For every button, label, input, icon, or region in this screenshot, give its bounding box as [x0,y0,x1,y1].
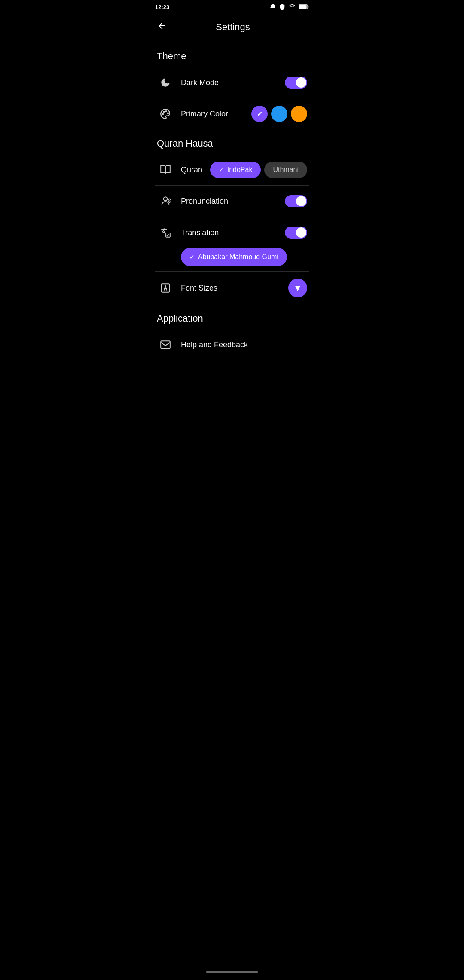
dark-mode-toggle-knob [296,77,306,88]
settings-header: Settings [148,14,316,42]
primary-color-label: Primary Color [181,110,251,119]
svg-point-4 [166,111,167,112]
primary-color-icon [157,105,174,122]
translation-icon [157,224,174,241]
dark-mode-icon [157,74,174,91]
status-bar: 12:23 [148,0,316,14]
quran-row[interactable]: Quran ✓ IndoPak Uthmani [148,154,316,185]
palette-icon [160,108,171,119]
battery-icon [299,4,309,10]
svg-rect-12 [161,341,170,348]
shield-icon [279,3,286,10]
status-icons [269,3,309,10]
color-purple[interactable] [251,106,268,122]
back-arrow-icon [157,21,167,31]
translation-selector: ✓ Abubakar Mahmoud Gumi [181,248,316,266]
quran-hausa-section-label: Quran Hausa [148,129,316,154]
mail-icon [160,339,171,350]
quran-icon [157,161,174,178]
svg-rect-2 [299,5,307,9]
font-sizes-label: Font Sizes [181,284,288,293]
uthmani-label: Uthmani [273,166,299,174]
translation-toggle-knob [296,227,306,238]
translation-row[interactable]: Translation [148,217,316,248]
font-size-icon [160,282,171,294]
quran-hausa-section: Quran Hausa Quran ✓ IndoPak Uthmani [148,129,316,304]
translation-selector-button[interactable]: ✓ Abubakar Mahmoud Gumi [181,248,287,266]
notification-icon [269,3,276,10]
spacer [148,360,316,395]
svg-point-6 [163,111,164,112]
font-sizes-button[interactable]: ▼ [288,279,307,297]
help-feedback-label: Help and Feedback [181,340,307,349]
dark-mode-row[interactable]: Dark Mode [148,67,316,98]
quran-label: Quran [181,165,210,175]
pronunciation-toggle[interactable] [285,195,307,207]
svg-point-9 [164,197,168,201]
svg-point-5 [168,113,168,113]
translation-label: Translation [181,228,285,237]
application-section: Application Help and Feedback [148,304,316,360]
help-feedback-icon [157,336,174,353]
status-time: 12:23 [155,4,169,10]
bottom-bar [148,967,316,980]
application-section-label: Application [148,304,316,329]
pronunciation-label: Pronunciation [181,197,285,206]
home-indicator [206,971,258,973]
color-orange[interactable] [291,106,307,122]
quran-buttons: ✓ IndoPak Uthmani [210,162,307,178]
book-open-icon [160,164,171,175]
font-sizes-row[interactable]: Font Sizes ▼ [148,272,316,304]
translation-check: ✓ [189,254,195,260]
dark-mode-label: Dark Mode [181,78,285,87]
moon-icon [160,77,171,88]
person-voice-icon [160,196,171,207]
primary-color-row[interactable]: Primary Color [148,98,316,129]
indopak-label: IndoPak [227,166,253,174]
pronunciation-row[interactable]: Pronunciation [148,186,316,217]
theme-section: Theme Dark Mode Primary Color [148,42,316,129]
color-circles [251,106,307,122]
page-title: Settings [174,21,292,33]
font-sizes-arrow-icon: ▼ [293,283,302,293]
wifi-icon [288,4,296,10]
color-blue[interactable] [271,106,287,122]
indopak-check: ✓ [219,166,224,173]
indopak-button[interactable]: ✓ IndoPak [210,162,261,178]
translation-toggle[interactable] [285,227,307,239]
back-button[interactable] [155,19,169,35]
svg-rect-3 [308,6,308,8]
pronunciation-toggle-knob [296,196,306,206]
translate-icon [160,227,171,238]
svg-point-7 [162,113,163,114]
translation-selected-label: Abubakar Mahmoud Gumi [198,253,278,261]
theme-section-label: Theme [148,42,316,67]
pronunciation-icon [157,193,174,210]
help-feedback-row[interactable]: Help and Feedback [148,329,316,360]
dark-mode-toggle[interactable] [285,77,307,89]
uthmani-button[interactable]: Uthmani [264,162,307,178]
font-sizes-icon [157,279,174,297]
